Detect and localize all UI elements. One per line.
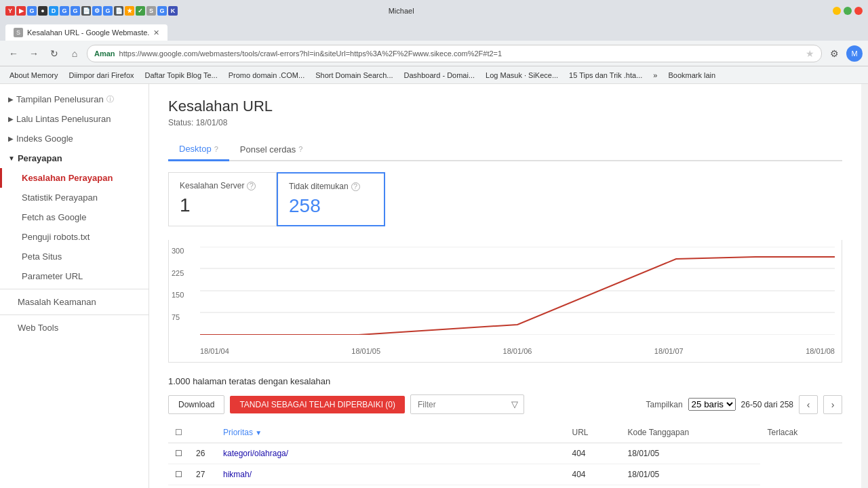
favicon-doc: 📄 xyxy=(81,6,91,16)
active-tab[interactable]: S Kesalahan URL - Google Webmaste... ✕ xyxy=(5,24,167,41)
favicon-yt2: ▶ xyxy=(16,6,26,16)
bookmark-star-icon[interactable]: ★ xyxy=(806,48,814,59)
profile-button[interactable]: M xyxy=(846,45,863,62)
favicon-active[interactable]: S xyxy=(146,6,156,16)
favicon-doc2: 📄 xyxy=(114,6,123,16)
stat-box-server[interactable]: Kesalahan Server ? 1 xyxy=(168,172,277,226)
x-label-0107: 18/01/07 xyxy=(654,347,684,355)
settings-button[interactable]: ⚙ xyxy=(826,45,842,62)
filter-input[interactable] xyxy=(411,396,506,413)
sidebar-item-tampilan[interactable]: ▶ Tampilan Penelusuran ⓘ xyxy=(0,89,149,109)
table-body: ☐ 26 kategori/olahraga/ 404 18/01/05 ☐ 2… xyxy=(168,443,842,489)
navigation-bar: ← → ↻ ⌂ Aman https://www.google.com/webm… xyxy=(0,41,868,66)
page-status: Status: 18/01/08 xyxy=(168,118,842,127)
sidebar-label-ig: Indeks Google xyxy=(16,134,73,144)
sidebar-item-parameter[interactable]: Parameter URL xyxy=(0,266,149,286)
prev-page-button[interactable]: ‹ xyxy=(799,395,818,414)
col-header-url: URL xyxy=(566,422,621,443)
sidebar-item-robots[interactable]: Penguji robots.txt xyxy=(0,227,149,247)
tab-close-icon[interactable]: ✕ xyxy=(153,28,159,37)
sidebar-label-tampilan: Tampilan Penelusuran xyxy=(16,94,104,104)
bookmark-15tips[interactable]: 15 Tips dan Trik .hta... xyxy=(565,70,646,81)
help-icon-server: ? xyxy=(247,182,256,190)
sidebar-item-statistik[interactable]: Statistik Perayapan xyxy=(0,188,149,207)
sidebar-label-masalah: Masalah Keamanan xyxy=(8,297,96,307)
bookmark-log-masuk[interactable]: Log Masuk · SiKece... xyxy=(481,70,562,81)
favicon-check: ✓ xyxy=(136,6,145,16)
sort-icon: ▼ xyxy=(255,429,262,436)
row-url-27[interactable]: hikmah/ xyxy=(216,464,566,485)
sidebar-item-perayapan[interactable]: ▼ Perayapan xyxy=(0,148,149,168)
maximize-button[interactable] xyxy=(844,7,852,15)
favicon-g5: G xyxy=(157,6,167,16)
row-url-26[interactable]: kategori/olahraga/ xyxy=(216,443,566,464)
tab-ponsel[interactable]: Ponsel cerdas ? xyxy=(229,138,314,160)
sidebar-item-masalah[interactable]: Masalah Keamanan xyxy=(0,292,149,312)
y-label-300: 300 xyxy=(172,247,184,255)
stat-box-notfound[interactable]: Tidak ditemukan ? 258 xyxy=(277,172,385,226)
stat-value-notfound: 258 xyxy=(289,195,373,217)
tab-desktop[interactable]: Desktop ? xyxy=(168,138,229,161)
y-label-225: 225 xyxy=(172,269,184,277)
close-button[interactable] xyxy=(854,7,863,15)
bookmark-dashboard[interactable]: Dashboard - Domai... xyxy=(400,70,479,81)
bookmark-daftar[interactable]: Daftar Topik Blog Te... xyxy=(141,70,222,81)
stat-value-server: 1 xyxy=(180,195,265,216)
row-date-28: 18/01/05 xyxy=(621,485,761,489)
row-url-28[interactable]: pentingnya-membuat-catatan-keuangan-prib… xyxy=(216,485,566,489)
chart-container: 300 225 150 75 xyxy=(168,240,842,363)
bookmark-about-memory[interactable]: About Memory xyxy=(5,70,62,81)
favicon-youtube: Y xyxy=(5,6,15,16)
header-checkbox-icon[interactable]: ☐ xyxy=(175,428,182,437)
title-bar: Y ▶ G ● D G G 📄 ⚙ G 📄 ★ ✓ S G K Michael xyxy=(0,0,868,22)
sidebar-item-kesalahan-perayapan[interactable]: Kesalahan Perayapan xyxy=(0,168,149,188)
pagination-info: Tampilkan 25 baris 26-50 dari 258 ‹ › xyxy=(646,395,842,414)
table-header: 1.000 halaman teratas dengan kesalahan xyxy=(168,376,842,386)
sidebar-item-indeks[interactable]: ▶ Indeks Google xyxy=(0,129,149,148)
row-num-28: 28 xyxy=(189,485,216,489)
right-scrollbar[interactable] xyxy=(861,84,868,488)
row-num-26: 26 xyxy=(189,443,216,464)
sidebar-label-robots: Penguji robots.txt xyxy=(22,232,90,242)
download-button[interactable]: Download xyxy=(168,395,224,414)
sidebar-label-kesalahan: Kesalahan Perayapan xyxy=(22,173,113,183)
filter-container[interactable]: ▽ xyxy=(410,394,524,414)
bookmark-short[interactable]: Short Domain Search... xyxy=(311,70,397,81)
content-area: ▶ Tampilan Penelusuran ⓘ ▶ Lalu Lintas P… xyxy=(0,84,868,488)
bookmark-diimpor[interactable]: Diimpor dari Firefox xyxy=(65,70,138,81)
col-header-checkbox[interactable]: ☐ xyxy=(168,422,189,443)
address-bar[interactable]: Aman https://www.google.com/webmasters/t… xyxy=(87,45,822,62)
table-row: ☐ 27 hikmah/ 404 18/01/05 xyxy=(168,464,842,485)
bookmark-more[interactable]: » xyxy=(649,70,661,81)
rows-per-page-select[interactable]: 25 baris xyxy=(688,398,736,411)
favicon-g1: G xyxy=(27,6,37,16)
x-label-0104: 18/01/04 xyxy=(200,347,229,355)
next-page-button[interactable]: › xyxy=(823,395,842,414)
favicon-ext1: ⚙ xyxy=(92,6,102,16)
row-checkbox-28[interactable]: ☐ xyxy=(168,485,189,489)
bookmark-promo[interactable]: Promo domain .COM... xyxy=(224,70,309,81)
y-label-75: 75 xyxy=(172,313,184,321)
bookmark-lain[interactable]: Bookmark lain xyxy=(664,70,719,81)
tab-title: Kesalahan URL - Google Webmaste... xyxy=(27,28,149,37)
sidebar-divider xyxy=(0,289,149,289)
sidebar-item-lalu-lintas[interactable]: ▶ Lalu Lintas Penelusuran xyxy=(0,109,149,129)
stat-label-server: Kesalahan Server ? xyxy=(180,181,265,190)
favicon-g2: G xyxy=(60,6,69,16)
sidebar-item-fetch[interactable]: Fetch as Google xyxy=(0,207,149,227)
window-title: Michael xyxy=(389,7,414,15)
favicon-gd: D xyxy=(49,6,58,16)
sidebar-item-webtools[interactable]: Web Tools xyxy=(0,318,149,338)
row-checkbox-27[interactable]: ☐ xyxy=(168,464,189,485)
col-header-prioritas[interactable]: Prioritas ▼ xyxy=(216,422,566,443)
row-checkbox-26[interactable]: ☐ xyxy=(168,443,189,464)
back-button[interactable]: ← xyxy=(5,45,22,62)
forward-button[interactable]: → xyxy=(26,45,42,62)
sidebar-item-peta[interactable]: Peta Situs xyxy=(0,247,149,266)
refresh-button[interactable]: ↻ xyxy=(46,45,62,62)
mark-fixed-button[interactable]: TANDAI SEBAGAI TELAH DIPERBAIKI (0) xyxy=(230,396,405,413)
home-button[interactable]: ⌂ xyxy=(66,45,83,62)
secure-badge: Aman xyxy=(94,49,115,58)
minimize-button[interactable] xyxy=(833,7,841,15)
stat-label-notfound: Tidak ditemukan ? xyxy=(289,182,373,191)
